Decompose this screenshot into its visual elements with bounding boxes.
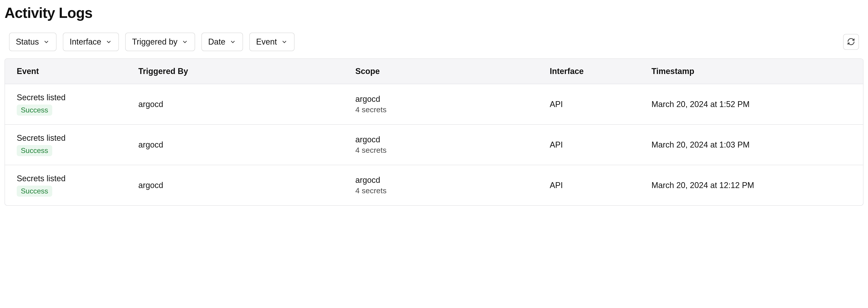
refresh-icon [847,37,855,47]
table-row[interactable]: Secrets listed Success argocd argocd 4 s… [5,125,863,165]
filter-interface-label: Interface [70,37,101,47]
chevron-down-icon [229,38,236,45]
filter-triggered-by[interactable]: Triggered by [125,33,195,51]
th-triggered-by: Triggered By [138,59,355,84]
table-header: Event Triggered By Scope Interface Times… [5,59,863,84]
status-badge: Success [17,105,52,116]
chevron-down-icon [105,38,112,45]
filter-event[interactable]: Event [249,33,294,51]
interface-value: API [550,100,651,109]
filter-bar: Status Interface Triggered by Date Event [4,33,864,51]
interface-value: API [550,140,651,149]
filter-interface[interactable]: Interface [63,33,119,51]
event-name: Secrets listed [17,93,66,102]
filter-date[interactable]: Date [202,33,243,51]
interface-value: API [550,180,651,190]
activity-table: Event Triggered By Scope Interface Times… [4,58,864,206]
th-scope: Scope [355,59,550,84]
scope-primary: argocd [355,94,550,104]
triggered-by-value: argocd [138,100,355,109]
triggered-by-value: argocd [138,180,355,190]
chevron-down-icon [43,38,50,45]
scope-secondary: 4 secrets [355,186,550,195]
refresh-button[interactable] [843,34,859,50]
filter-triggered-by-label: Triggered by [132,37,178,47]
th-interface: Interface [550,59,651,84]
event-name: Secrets listed [17,174,66,183]
filter-status[interactable]: Status [9,33,57,51]
th-event: Event [5,59,138,84]
timestamp-value: March 20, 2024 at 1:03 PM [651,140,863,149]
scope-primary: argocd [355,135,550,144]
page-title: Activity Logs [4,4,864,21]
filter-date-label: Date [208,37,225,47]
table-row[interactable]: Secrets listed Success argocd argocd 4 s… [5,165,863,205]
filter-event-label: Event [256,37,277,47]
scope-secondary: 4 secrets [355,146,550,155]
filter-status-label: Status [16,37,39,47]
timestamp-value: March 20, 2024 at 1:52 PM [651,100,863,109]
status-badge: Success [17,145,52,156]
scope-primary: argocd [355,175,550,185]
table-row[interactable]: Secrets listed Success argocd argocd 4 s… [5,84,863,125]
timestamp-value: March 20, 2024 at 12:12 PM [651,180,863,190]
triggered-by-value: argocd [138,140,355,149]
scope-secondary: 4 secrets [355,105,550,114]
status-badge: Success [17,186,52,197]
chevron-down-icon [281,38,288,45]
chevron-down-icon [182,38,188,45]
th-timestamp: Timestamp [651,59,863,84]
event-name: Secrets listed [17,133,66,143]
